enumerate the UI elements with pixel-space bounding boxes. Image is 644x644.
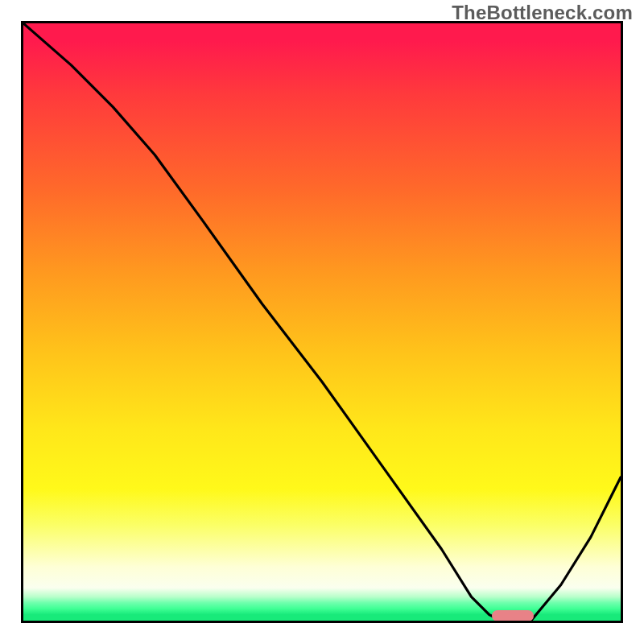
- plot-area-border: [21, 21, 623, 623]
- chart-frame: TheBottleneck.com: [0, 0, 644, 644]
- bottleneck-curve: [23, 23, 621, 621]
- optimal-marker: [492, 610, 534, 621]
- watermark-text: TheBottleneck.com: [452, 2, 633, 24]
- plot-area: [23, 23, 621, 621]
